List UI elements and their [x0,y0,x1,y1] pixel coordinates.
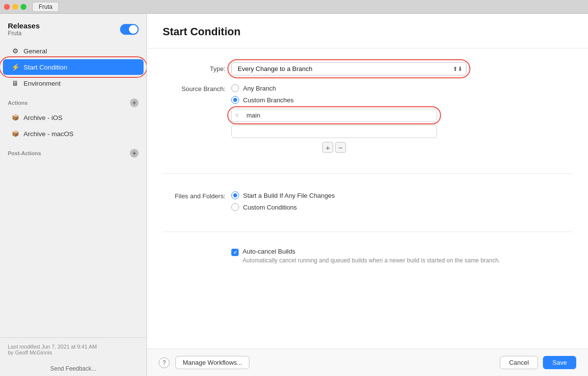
sidebar-item-archive-ios[interactable]: 📦 Archive - iOS [3,110,144,125]
sidebar-title: Releases [8,22,40,30]
title-bar: Fruta [0,0,588,14]
sidebar-nav: ⚙ General ⚡ Start Condition 🖥 Environmen… [0,43,147,337]
source-branch-label: Source Branch: [163,82,231,93]
monitor-icon: 🖥 [11,79,20,88]
branch-input-2[interactable] [231,125,437,138]
source-branch-control: Any Branch Custom Branches ⑂ [231,82,572,153]
gear-icon: ⚙ [11,47,20,55]
any-branch-label: Any Branch [243,85,276,92]
source-branch-row: Source Branch: Any Branch Custom Branche… [163,82,572,153]
files-folders-radio-group: Start a Build If Any File Changes Custom… [231,189,572,211]
actions-section-header: Actions + [0,92,147,109]
sidebar-footer: Last modified Jun 7, 2021 at 9:41 AM by … [0,337,147,361]
bottom-left: ? Manage Workflows... [159,356,249,369]
archive-ios-icon: 📦 [11,113,20,122]
type-row: Type: Every Change to a Branch Scheduled… [163,62,572,75]
auto-cancel-checkbox[interactable] [231,249,239,256]
add-action-button[interactable]: + [130,98,139,107]
main-content: Start Condition Type: Every Change to a … [147,14,588,376]
custom-branches-label: Custom Branches [243,96,294,104]
add-branch-button[interactable]: + [322,142,333,153]
sidebar-header: Releases Fruta [0,14,147,43]
last-modified-text: Last modified Jun 7, 2021 at 9:41 AM [8,344,139,350]
traffic-lights [4,4,26,10]
post-actions-section-header: Post-Actions + [0,142,147,160]
sidebar-item-start-condition-label: Start Condition [24,64,67,71]
releases-toggle[interactable] [120,24,139,35]
manage-workflows-button[interactable]: Manage Workflows... [175,356,249,369]
type-section: Type: Every Change to a Branch Scheduled… [163,62,572,174]
branch-input-1[interactable] [231,109,437,122]
sidebar-item-general-label: General [24,47,47,55]
help-button[interactable]: ? [159,357,170,368]
auto-cancel-row: Auto-cancel Builds Automatically cancel … [231,248,572,265]
branch-input-row-2 [231,125,437,138]
files-folders-control: Start a Build If Any File Changes Custom… [231,189,572,211]
start-build-radio-input[interactable] [231,191,239,199]
sidebar-subtitle: Fruta [8,30,40,37]
add-post-action-button[interactable]: + [130,149,139,158]
sidebar-item-start-condition[interactable]: ⚡ Start Condition [3,59,144,75]
lightning-icon: ⚡ [11,63,20,71]
window-tab[interactable]: Fruta [32,2,59,12]
maximize-button[interactable] [21,4,26,10]
source-branch-radio-group: Any Branch Custom Branches [231,82,572,104]
sidebar-item-environment[interactable]: 🖥 Environment [3,75,144,91]
start-condition-highlight [0,56,147,78]
close-button[interactable] [4,4,10,10]
post-actions-label: Post-Actions [8,150,41,156]
sidebar-item-archive-ios-label: Archive - iOS [24,114,63,121]
main-header: Start Condition [147,14,588,48]
type-select[interactable]: Every Change to a Branch Scheduled Manua… [231,62,466,75]
minimize-button[interactable] [12,4,18,10]
actions-label: Actions [8,100,27,106]
archive-macos-icon: 📦 [11,129,20,138]
files-folders-section: Files and Folders: Start a Build If Any … [163,189,572,232]
sidebar-item-archive-macos-label: Archive - macOS [24,130,74,138]
sidebar-item-archive-macos[interactable]: 📦 Archive - macOS [3,126,144,141]
main-body: Type: Every Change to a Branch Scheduled… [147,48,588,349]
send-feedback-button[interactable]: Send Feedback... [0,361,147,376]
app-container: Releases Fruta ⚙ General ⚡ Start Conditi… [0,14,588,376]
bottom-right: Cancel Save [500,356,576,369]
auto-cancel-section: Auto-cancel Builds Automatically cancel … [163,248,572,282]
sidebar-title-group: Releases Fruta [8,22,40,37]
custom-branches-radio[interactable]: Custom Branches [231,96,572,104]
start-build-radio[interactable]: Start a Build If Any File Changes [231,191,572,199]
modified-by-text: by Geoff McGinnis [8,350,139,355]
sidebar-item-general[interactable]: ⚙ General [3,43,144,59]
auto-cancel-label: Auto-cancel Builds [243,248,500,255]
branch-inputs: ⑂ [231,109,572,138]
type-select-wrapper: Every Change to a Branch Scheduled Manua… [231,62,466,75]
type-label: Type: [163,62,231,72]
custom-conditions-radio[interactable]: Custom Conditions [231,203,572,211]
auto-cancel-description: Automatically cancel running and queued … [243,257,500,265]
start-build-label: Start a Build If Any File Changes [243,192,335,199]
files-folders-row: Files and Folders: Start a Build If Any … [163,189,572,211]
page-title: Start Condition [163,25,572,38]
sidebar-item-environment-label: Environment [24,80,61,87]
bottom-bar: ? Manage Workflows... Cancel Save [147,349,588,376]
any-branch-radio[interactable]: Any Branch [231,84,572,92]
cancel-button[interactable]: Cancel [500,356,538,369]
sidebar: Releases Fruta ⚙ General ⚡ Start Conditi… [0,14,147,376]
files-folders-label: Files and Folders: [163,189,231,200]
save-button[interactable]: Save [543,356,576,369]
custom-conditions-label: Custom Conditions [243,204,297,211]
remove-branch-button[interactable]: − [335,142,346,153]
type-control: Every Change to a Branch Scheduled Manua… [231,62,572,75]
add-remove-buttons: + − [231,142,437,153]
auto-cancel-content: Auto-cancel Builds Automatically cancel … [243,248,500,265]
any-branch-radio-input[interactable] [231,84,239,92]
custom-conditions-radio-input[interactable] [231,203,239,211]
branch-input-row-1: ⑂ [231,109,437,122]
custom-branches-radio-input[interactable] [231,96,239,104]
